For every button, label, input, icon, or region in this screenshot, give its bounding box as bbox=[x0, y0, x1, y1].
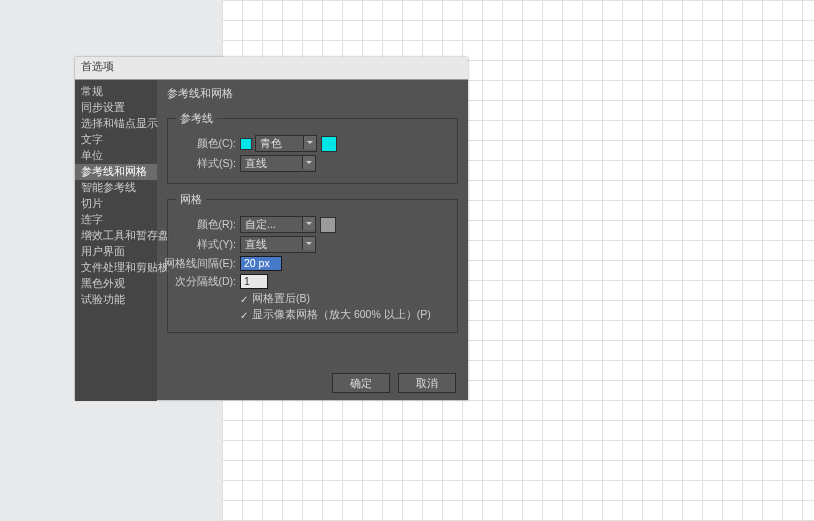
guides-color-label: 颜色(C): bbox=[176, 137, 236, 151]
category-sidebar: 常规 同步设置 选择和锚点显示 文字 单位 参考线和网格 智能参考线 切片 连字… bbox=[75, 80, 157, 401]
sidebar-item-ui[interactable]: 用户界面 bbox=[75, 244, 157, 260]
sidebar-item-type[interactable]: 文字 bbox=[75, 132, 157, 148]
guides-style-value: 直线 bbox=[245, 157, 267, 171]
grid-color-swatch[interactable] bbox=[320, 217, 336, 233]
dialog-title: 首选项 bbox=[75, 57, 468, 80]
sidebar-item-plugins[interactable]: 增效工具和暂存盘 bbox=[75, 228, 157, 244]
sidebar-item-sync[interactable]: 同步设置 bbox=[75, 100, 157, 116]
sidebar-item-hyphenation[interactable]: 连字 bbox=[75, 212, 157, 228]
guides-style-select[interactable]: 直线 bbox=[240, 155, 316, 172]
main-panel: 参考线和网格 参考线 颜色(C): 青色 样式(S): 直线 bbox=[157, 80, 468, 401]
guides-color-swatch[interactable] bbox=[321, 136, 337, 152]
grid-style-select[interactable]: 直线 bbox=[240, 236, 316, 253]
grid-style-value: 直线 bbox=[245, 238, 267, 252]
sidebar-item-experimental[interactable]: 试验功能 bbox=[75, 292, 157, 308]
grid-color-value: 自定... bbox=[245, 218, 276, 232]
grid-color-label: 颜色(R): bbox=[176, 218, 236, 232]
sidebar-item-file-clipboard[interactable]: 文件处理和剪贴板 bbox=[75, 260, 157, 276]
chevron-down-icon bbox=[302, 237, 315, 250]
guides-color-select[interactable]: 青色 bbox=[255, 135, 317, 152]
grid-style-label: 样式(Y): bbox=[176, 238, 236, 252]
grid-subdiv-input[interactable]: 1 bbox=[240, 274, 268, 289]
grid-spacing-label: 网格线间隔(E): bbox=[156, 257, 236, 271]
page-title: 参考线和网格 bbox=[167, 86, 458, 101]
sidebar-item-selection[interactable]: 选择和锚点显示 bbox=[75, 116, 157, 132]
preferences-dialog: 首选项 常规 同步设置 选择和锚点显示 文字 单位 参考线和网格 智能参考线 切… bbox=[75, 57, 468, 400]
chevron-down-icon bbox=[303, 136, 316, 149]
grid-legend: 网格 bbox=[176, 192, 206, 207]
sidebar-item-smart-guides[interactable]: 智能参考线 bbox=[75, 180, 157, 196]
guides-fieldset: 参考线 颜色(C): 青色 样式(S): 直线 bbox=[167, 111, 458, 184]
ok-button[interactable]: 确定 bbox=[332, 373, 390, 393]
guides-style-label: 样式(S): bbox=[176, 157, 236, 171]
sidebar-item-slices[interactable]: 切片 bbox=[75, 196, 157, 212]
sidebar-item-guides-grid[interactable]: 参考线和网格 bbox=[75, 164, 157, 180]
grid-color-select[interactable]: 自定... bbox=[240, 216, 316, 233]
grid-behind-checkbox[interactable]: 网格置后(B) bbox=[240, 292, 449, 306]
sidebar-item-general[interactable]: 常规 bbox=[75, 84, 157, 100]
grid-subdiv-label: 次分隔线(D): bbox=[156, 275, 236, 289]
chevron-down-icon bbox=[302, 156, 315, 169]
guides-color-value: 青色 bbox=[260, 137, 282, 151]
sidebar-item-black-appearance[interactable]: 黑色外观 bbox=[75, 276, 157, 292]
grid-spacing-input[interactable]: 20 px bbox=[240, 256, 282, 271]
chevron-down-icon bbox=[302, 217, 315, 230]
pixel-grid-checkbox[interactable]: 显示像素网格（放大 600% 以上）(P) bbox=[240, 308, 449, 322]
guides-legend: 参考线 bbox=[176, 111, 217, 126]
grid-fieldset: 网格 颜色(R): 自定... 样式(Y): 直线 bbox=[167, 192, 458, 333]
sidebar-item-units[interactable]: 单位 bbox=[75, 148, 157, 164]
cancel-button[interactable]: 取消 bbox=[398, 373, 456, 393]
guides-color-inline-swatch bbox=[240, 138, 252, 150]
